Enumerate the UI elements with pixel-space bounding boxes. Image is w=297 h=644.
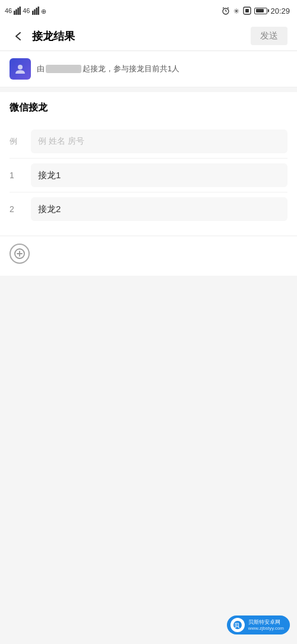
row-number-1: 1 [10, 171, 31, 180]
status-bar: 46 46 ⊕ ✳ [0, 0, 297, 21]
svg-text:✳: ✳ [233, 7, 239, 15]
row-content-example: 例 姓名 房号 [31, 130, 287, 153]
watermark: 贝 贝斯特安卓网 www.zjbstyy.com [227, 615, 290, 634]
table-container: 例 例 姓名 房号 1 接龙1 2 接龙2 [0, 120, 297, 235]
table-row-example: 例 例 姓名 房号 [10, 125, 287, 159]
row-number-2: 2 [10, 204, 31, 214]
svg-rect-3 [20, 7, 21, 15]
signal-icon [14, 7, 21, 15]
page-title: 接龙结果 [32, 29, 251, 43]
table-row-1[interactable]: 1 接龙1 [10, 159, 287, 192]
battery-icon [254, 8, 267, 14]
carrier-info: 46 46 ⊕ [5, 7, 50, 15]
header-bar: 接龙结果 发送 [0, 21, 297, 51]
svg-line-12 [223, 8, 224, 9]
svg-point-17 [18, 65, 23, 70]
svg-rect-0 [14, 11, 15, 15]
svg-rect-16 [245, 9, 249, 12]
status-icons: ✳ 20:29 [222, 7, 290, 15]
redacted-name [46, 65, 81, 73]
watermark-info: 贝斯特安卓网 www.zjbstyy.com [248, 619, 284, 632]
signal2-icon [32, 7, 39, 15]
bluetooth-icon: ✳ [233, 7, 240, 15]
plus-icon [14, 248, 25, 259]
watermark-brand: 贝斯特安卓网 [248, 619, 284, 626]
info-prefix: 由 [37, 64, 45, 73]
divider-1 [0, 87, 297, 92]
watermark-url: www.zjbstyy.com [248, 626, 284, 631]
alarm-icon [222, 7, 230, 15]
section-title: 微信接龙 [0, 92, 297, 120]
svg-rect-7 [37, 7, 39, 15]
watermark-logo: 贝 [230, 618, 245, 632]
carrier-text: 46 [5, 7, 12, 14]
carrier2-text: 46 [23, 7, 30, 14]
send-button[interactable]: 发送 [251, 27, 287, 45]
svg-rect-6 [36, 8, 37, 15]
svg-text:贝: 贝 [233, 623, 240, 629]
row-content-2[interactable]: 接龙2 [31, 197, 287, 221]
row-number-example: 例 [10, 136, 31, 147]
media-icon [243, 7, 251, 15]
svg-rect-4 [32, 11, 34, 15]
avatar [10, 58, 31, 80]
info-suffix: 起接龙，参与接龙目前共1人 [83, 64, 179, 73]
add-button-area [0, 236, 297, 276]
avatar-image [10, 58, 31, 80]
svg-text:⊕: ⊕ [41, 8, 46, 15]
svg-line-13 [228, 8, 229, 9]
svg-rect-2 [18, 8, 20, 15]
info-text: 由起接龙，参与接龙目前共1人 [37, 64, 179, 74]
row-content-1[interactable]: 接龙1 [31, 163, 287, 187]
back-button[interactable] [10, 27, 27, 45]
info-banner: 由起接龙，参与接龙目前共1人 [0, 51, 297, 87]
data-icon: ⊕ [41, 7, 50, 15]
svg-rect-5 [34, 10, 36, 15]
table-row-2[interactable]: 2 接龙2 [10, 192, 287, 226]
time-display: 20:29 [270, 7, 290, 15]
svg-rect-1 [15, 10, 17, 15]
add-row-button[interactable] [10, 244, 30, 264]
